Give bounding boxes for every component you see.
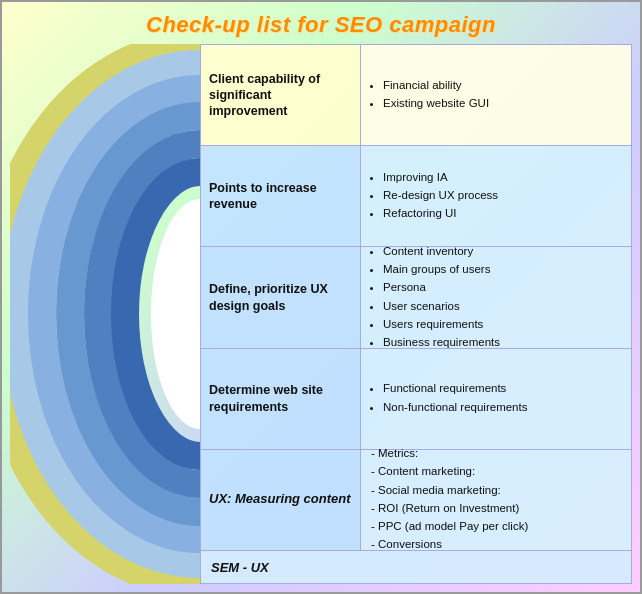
list-item: Persona [383,279,623,296]
list-item: Content inventory [383,243,623,260]
table-row: Client capability of significant improve… [201,45,631,146]
list-item: Users requirements [383,316,623,333]
list-item: Improving IA [383,169,623,186]
table-row: Points to increase revenue Improving IA … [201,146,631,247]
bullet-list-1: Financial ability Existing website GUI [369,77,623,114]
list-item: Refactoring UI [383,205,623,222]
page-title: Check-up list for SEO campaign [2,2,640,44]
sem-label: SEM - UX [201,551,631,583]
bullet-list-4: Functional requirements Non-functional r… [369,380,623,417]
list-item: Re-design UX process [383,187,623,204]
page-wrapper: Check-up list for SEO campaign [0,0,642,594]
arcs-svg [10,44,200,584]
list-item: Functional requirements [383,380,623,397]
cell-left-5: UX: Measuring content [201,450,361,550]
cell-right-1: Financial ability Existing website GUI [361,45,631,145]
arcs-area [10,44,200,584]
table-area: Client capability of significant improve… [200,44,632,584]
list-item: Financial ability [383,77,623,94]
list-item: PPC (ad model Pay per click) [371,518,623,535]
list-item: ROI (Return on Investment) [371,500,623,517]
table-row: Determine web site requirements Function… [201,349,631,450]
table-row: Define, prioritize UX design goals Conte… [201,247,631,348]
cell-left-3: Define, prioritize UX design goals [201,247,361,347]
main-content: Client capability of significant improve… [10,44,632,584]
bullet-list-2: Improving IA Re-design UX process Refact… [369,169,623,224]
cell-right-5: Metrics: Content marketing: Social media… [361,450,631,550]
bullet-list-3: Content inventory Main groups of users P… [369,243,623,353]
cell-right-4: Functional requirements Non-functional r… [361,349,631,449]
cell-right-2: Improving IA Re-design UX process Refact… [361,146,631,246]
list-item: Content marketing: [371,463,623,480]
list-item: Main groups of users [383,261,623,278]
cell-left-1: Client capability of significant improve… [201,45,361,145]
cell-left-2: Points to increase revenue [201,146,361,246]
list-item: Metrics: [371,445,623,462]
list-item: Non-functional requirements [383,399,623,416]
list-item: User scenarios [383,298,623,315]
cell-left-4: Determine web site requirements [201,349,361,449]
table-row: UX: Measuring content Metrics: Content m… [201,450,631,551]
list-item: Social media marketing: [371,482,623,499]
cell-right-3: Content inventory Main groups of users P… [361,247,631,347]
table-row-sem: SEM - UX [201,551,631,583]
list-item: Existing website GUI [383,95,623,112]
dash-list-5: Metrics: Content marketing: Social media… [369,445,623,555]
